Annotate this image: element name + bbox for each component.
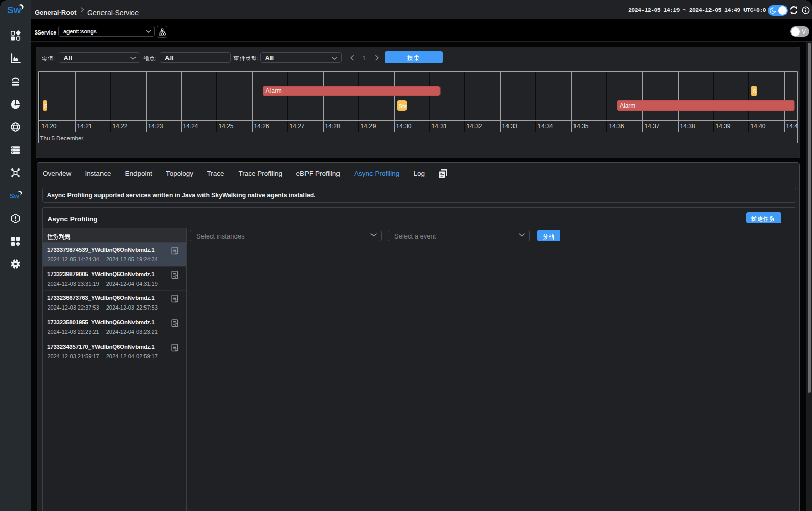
svg-text:14:21: 14:21: [77, 123, 92, 130]
svg-text:S: S: [753, 88, 757, 94]
svg-text:14:41: 14:41: [786, 123, 801, 130]
svg-text:14:29: 14:29: [361, 123, 376, 130]
svg-text:14:31: 14:31: [432, 123, 447, 130]
svg-text:14:38: 14:38: [680, 123, 695, 130]
svg-text:14:26: 14:26: [254, 123, 269, 130]
svg-text:14:25: 14:25: [219, 123, 234, 130]
svg-text:14:20: 14:20: [42, 123, 57, 130]
svg-text:14:27: 14:27: [290, 123, 305, 130]
svg-text:14:35: 14:35: [573, 123, 589, 130]
svg-text:14:28: 14:28: [325, 123, 341, 130]
svg-text:14:30: 14:30: [396, 123, 412, 130]
svg-text:14:37: 14:37: [645, 123, 660, 130]
svg-text:14:24: 14:24: [183, 123, 198, 130]
svg-text:14:32: 14:32: [467, 123, 482, 130]
svg-text:Thu 5 December: Thu 5 December: [40, 135, 84, 141]
svg-text:14:23: 14:23: [148, 123, 163, 130]
svg-text:Alarm: Alarm: [266, 87, 282, 94]
svg-text:14:22: 14:22: [113, 123, 128, 130]
svg-text:S: S: [44, 103, 48, 109]
svg-text:14:39: 14:39: [716, 123, 731, 130]
svg-text:14:40: 14:40: [751, 123, 766, 130]
svg-text:14:33: 14:33: [502, 123, 518, 130]
svg-text:Alarm: Alarm: [620, 102, 635, 109]
svg-text:14:36: 14:36: [609, 123, 624, 130]
svg-text:14:34: 14:34: [538, 123, 553, 130]
